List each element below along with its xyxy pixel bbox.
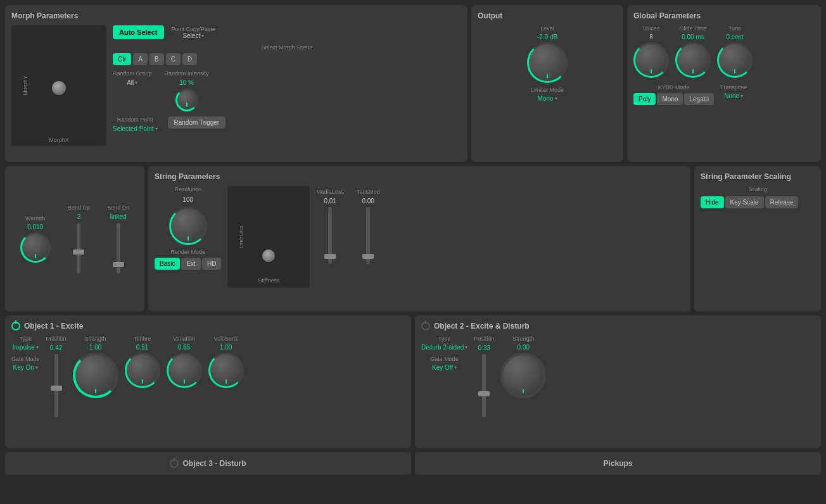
object2-power-icon[interactable] (421, 322, 430, 331)
render-ext-btn[interactable]: Ext (181, 258, 200, 270)
copy-paste-arrow: ▾ (201, 33, 204, 39)
obj1-type-item: Type Impulse ▾ (11, 336, 40, 351)
transpose-value[interactable]: None ▾ (724, 92, 743, 99)
obj2-position-thumb[interactable] (478, 391, 490, 396)
obj2-strength-label: Strength (512, 336, 534, 342)
limiter-arrow: ▾ (555, 96, 557, 101)
media-loss-thumb[interactable] (324, 254, 336, 259)
random-group-label: Random Group (113, 70, 152, 77)
bottom-row: Object 1 - Excite Type Impulse ▾ Gate Mo… (5, 315, 821, 448)
object3-tab[interactable]: Object 3 - Disturb (5, 452, 411, 475)
obj1-variation-knob[interactable] (167, 353, 202, 388)
random-intensity-knob[interactable] (175, 89, 198, 111)
tens-mod-label: TensMod (357, 189, 380, 195)
object2-title-row: Object 2 - Excite & Disturb (421, 322, 815, 331)
media-loss-slider[interactable] (328, 207, 332, 264)
output-controls: Level -2.0 dB Limiter Mode Mono ▾ (478, 25, 617, 102)
string-2d-pad[interactable]: InnerLoss Stiffness (227, 186, 310, 287)
voices-knob[interactable] (633, 42, 669, 78)
obj2-position-slider[interactable] (482, 354, 486, 417)
pickups-tab[interactable]: Pickups (415, 452, 821, 475)
object1-title-row: Object 1 - Excite (11, 322, 405, 331)
tens-mod-thumb[interactable] (362, 254, 374, 259)
obj2-gate-arrow: ▾ (454, 365, 457, 370)
scene-btn-a[interactable]: A (133, 53, 148, 65)
random-group-arrow: ▾ (135, 80, 137, 85)
middle-row: Warmth 0.010 Bend Up 2 Bend Dn linked (5, 166, 821, 312)
media-loss-label: MediaLoss (316, 189, 344, 195)
warmth-item: Warmth 0.010 (20, 215, 51, 263)
obj2-strength-knob[interactable] (500, 353, 546, 398)
scene-btn-d[interactable]: D (182, 53, 197, 65)
glide-item: Glide Time 0.00 ms (675, 25, 711, 78)
tens-mod-slider[interactable] (366, 207, 370, 264)
resolution-knob[interactable] (169, 207, 207, 245)
bend-dn-item: Bend Dn linked (107, 205, 129, 274)
obj1-position-thumb[interactable] (51, 386, 62, 391)
random-trigger-button[interactable]: Random Trigger (168, 117, 226, 129)
obj1-variation-item: Variation 0.65 (167, 336, 202, 388)
obj2-type-arrow: ▾ (465, 344, 467, 350)
copy-paste-value[interactable]: Select ▾ (182, 32, 204, 39)
bend-up-thumb[interactable] (73, 249, 84, 255)
obj1-type-label: Type (20, 336, 32, 342)
tune-item: Tune 0 cent (717, 25, 753, 78)
obj1-position-slider[interactable] (54, 354, 58, 417)
scene-btn-ctr[interactable]: Ctr (113, 53, 131, 65)
obj2-gate-item: Gate Mode Key Off ▾ (421, 356, 467, 371)
random-point-value[interactable]: Selected Point ▾ (113, 125, 158, 132)
object1-power-icon[interactable] (11, 322, 20, 331)
obj1-timbre-knob[interactable] (125, 353, 160, 388)
glide-label: Glide Time (679, 25, 706, 32)
object2-title: Object 2 - Excite & Disturb (434, 322, 530, 331)
morph-xy-pad[interactable]: MorphY MorphX (11, 25, 106, 146)
object1-controls: Type Impulse ▾ Gate Mode Key On ▾ (11, 336, 405, 417)
obj1-gate-label: Gate Mode (11, 356, 40, 362)
obj1-strength-knob[interactable] (73, 353, 118, 398)
pad-dot (262, 249, 275, 262)
scene-buttons: Ctr A B C D (113, 53, 461, 65)
obj1-position-value: 0.42 (50, 344, 62, 351)
obj1-velosens-knob[interactable] (208, 353, 244, 388)
morph-top-controls: Auto Select Point Copy/Paste Select ▾ (113, 25, 461, 39)
media-loss-item: MediaLoss 0.01 (316, 189, 344, 264)
point-copy-paste-group: Point Copy/Paste Select ▾ (172, 26, 216, 39)
bend-up-slider[interactable] (77, 223, 80, 274)
scene-btn-c[interactable]: C (166, 53, 181, 65)
glide-value: 0.00 ms (682, 34, 704, 41)
resolution-col: Resolution 100 Render Mode Basic Ext HD (155, 186, 221, 270)
object3-power-icon[interactable] (170, 459, 179, 468)
kybd-poly-btn[interactable]: Poly (633, 93, 656, 105)
glide-knob[interactable] (675, 42, 711, 78)
tune-knob[interactable] (717, 42, 753, 78)
random-group-value[interactable]: All ▾ (127, 79, 137, 86)
main-container: Morph Parameters MorphY MorphX Auto Sele… (0, 0, 826, 504)
object1-left: Type Impulse ▾ Gate Mode Key On ▾ (11, 336, 40, 371)
auto-select-button[interactable]: Auto Select (113, 25, 164, 39)
bend-dn-slider[interactable] (117, 223, 120, 274)
limiter-value[interactable]: Mono ▾ (537, 95, 557, 102)
scaling-release-btn[interactable]: Release (765, 196, 799, 208)
morph-x-label: MorphX (49, 137, 69, 143)
render-basic-btn[interactable]: Basic (155, 258, 180, 270)
global-panel: Global Parameters Voices 8 Glide Time 0.… (627, 5, 821, 162)
obj1-gate-value[interactable]: Key On ▾ (13, 364, 38, 371)
render-hd-btn[interactable]: HD (202, 258, 221, 270)
random-point-label: Random Point (117, 117, 153, 123)
scene-btn-b[interactable]: B (149, 53, 164, 65)
obj2-gate-value[interactable]: Key Off ▾ (432, 364, 457, 371)
obj1-type-value[interactable]: Impulse ▾ (13, 344, 39, 351)
random-intensity-label: Random Intensity (165, 70, 209, 77)
inner-loss-label: InnerLoss (238, 225, 244, 248)
warmth-label: Warmth (25, 215, 45, 222)
warmth-knob[interactable] (20, 232, 51, 263)
bend-dn-thumb[interactable] (113, 262, 124, 267)
random-group: Random Group All ▾ Random Intensity 10 % (113, 70, 461, 111)
kybd-legato-btn[interactable]: Legato (684, 93, 714, 105)
kybd-mono-btn[interactable]: Mono (657, 93, 683, 105)
obj2-type-value[interactable]: Disturb 2-sided ▾ (421, 344, 467, 351)
random-point-col: Random Point Selected Point ▾ (113, 117, 158, 132)
level-knob[interactable] (527, 42, 568, 83)
scaling-hide-btn[interactable]: Hide (701, 196, 724, 208)
scaling-keyscale-btn[interactable]: Key Scale (725, 196, 764, 208)
